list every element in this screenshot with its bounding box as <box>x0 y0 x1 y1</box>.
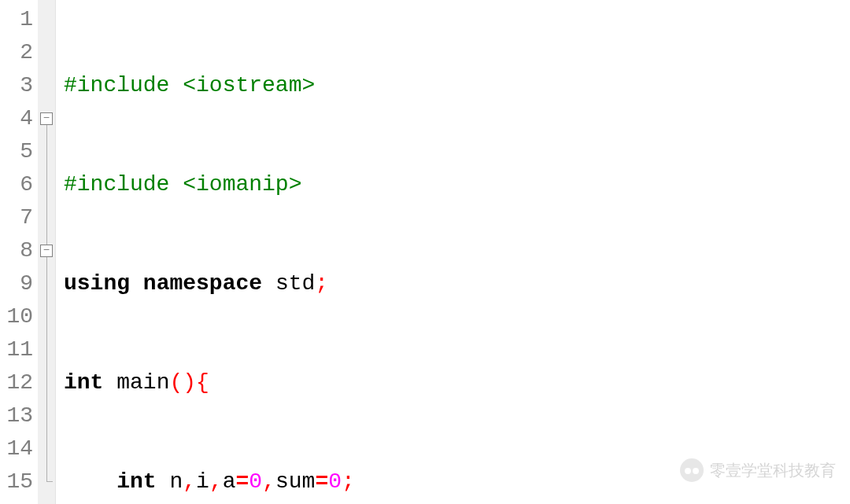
line-number-gutter: 1 2 3 4 5 6 7 8 9 10 11 12 13 14 15 <box>0 0 38 504</box>
line-number: 8 <box>3 234 33 267</box>
line-number: 6 <box>3 168 33 201</box>
line-number: 7 <box>3 201 33 234</box>
code-line: int n,i,a=0,sum=0; <box>64 465 686 498</box>
code-line: #include <iomanip> <box>64 168 686 201</box>
line-number: 11 <box>3 333 33 366</box>
fold-toggle[interactable]: − <box>38 234 55 267</box>
line-number: 3 <box>3 69 33 102</box>
code-line: #include <iostream> <box>64 69 686 102</box>
watermark: 零壹学堂科技教育 <box>680 458 836 482</box>
line-number: 1 <box>3 3 33 36</box>
line-number: 13 <box>3 399 33 432</box>
line-number: 2 <box>3 36 33 69</box>
line-number: 15 <box>3 465 33 498</box>
code-line: int main(){ <box>64 366 686 399</box>
code-editor: 1 2 3 4 5 6 7 8 9 10 11 12 13 14 15 − − … <box>0 0 850 504</box>
code-line: using namespace std; <box>64 267 686 300</box>
watermark-text: 零壹学堂科技教育 <box>710 458 836 482</box>
line-number: 12 <box>3 366 33 399</box>
fold-gutter: − − <box>38 0 56 504</box>
line-number: 5 <box>3 135 33 168</box>
line-number: 10 <box>3 300 33 333</box>
code-area[interactable]: #include <iostream> #include <iomanip> u… <box>56 0 686 504</box>
line-number: 9 <box>3 267 33 300</box>
fold-toggle[interactable]: − <box>38 102 55 135</box>
line-number: 14 <box>3 432 33 465</box>
line-number: 4 <box>3 102 33 135</box>
wechat-icon <box>680 458 704 482</box>
